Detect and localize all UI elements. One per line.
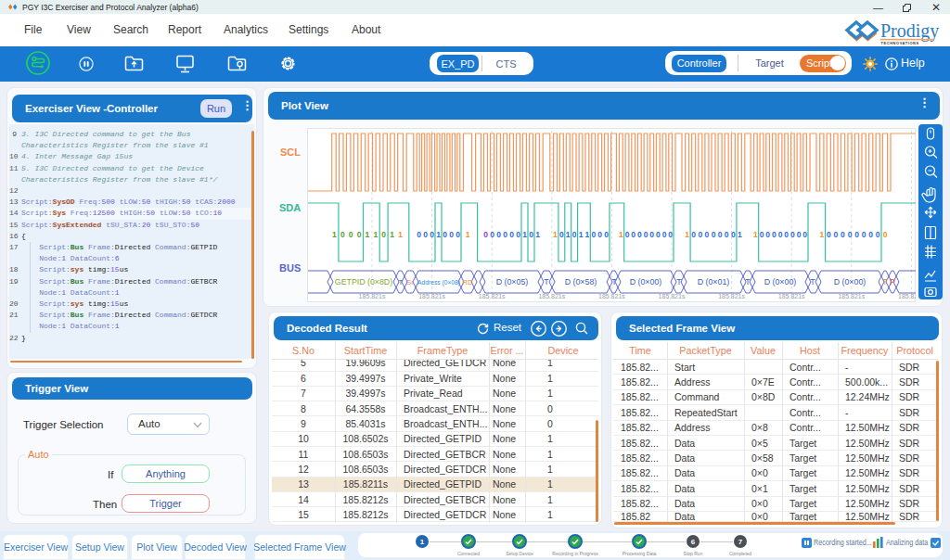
svg-text:0: 0: [357, 230, 362, 239]
svg-text:185.821s: 185.821s: [778, 293, 805, 299]
svg-text:0: 0: [827, 230, 831, 239]
svg-text:1: 1: [579, 230, 584, 239]
svg-text:T: T: [676, 277, 682, 286]
svg-text:Sr: Sr: [406, 278, 414, 286]
svg-text:D (0×00): D (0×00): [630, 277, 662, 286]
svg-text:0: 0: [712, 230, 716, 239]
svg-text:1: 1: [738, 230, 742, 239]
svg-text:0: 0: [483, 230, 488, 239]
svg-text:RD: RD: [462, 278, 473, 286]
svg-text:0: 0: [841, 230, 845, 239]
svg-text:1: 1: [685, 230, 689, 239]
svg-text:0: 0: [417, 230, 421, 239]
svg-text:0: 0: [668, 230, 673, 239]
svg-text:185.821s: 185.821s: [598, 293, 625, 299]
svg-text:0: 0: [698, 230, 702, 239]
svg-text:0: 0: [691, 230, 696, 239]
svg-text:185.821s: 185.821s: [359, 293, 386, 299]
svg-text:185.821s: 185.821s: [718, 293, 745, 299]
svg-text:T: T: [611, 277, 617, 286]
svg-text:1: 1: [390, 230, 394, 239]
svg-text:0: 0: [784, 230, 789, 239]
svg-text:0: 0: [443, 230, 447, 239]
svg-text:P: P: [890, 277, 895, 286]
svg-text:1: 1: [436, 230, 441, 239]
svg-text:185.821s: 185.821s: [479, 293, 506, 299]
svg-text:D (0×00): D (0×00): [834, 277, 867, 286]
svg-text:0: 0: [490, 230, 494, 239]
svg-text:0: 0: [456, 230, 460, 239]
svg-text:Prodigy: Prodigy: [880, 20, 939, 42]
svg-text:D (0×05): D (0×05): [496, 277, 529, 286]
svg-text:0: 0: [516, 230, 520, 239]
svg-text:0: 0: [430, 230, 434, 239]
svg-text:T: T: [810, 277, 815, 286]
svg-text:0: 0: [381, 230, 386, 239]
svg-text:1: 1: [398, 230, 403, 239]
svg-text:185.821s: 185.821s: [538, 293, 565, 299]
svg-text:T: T: [745, 277, 751, 286]
svg-text:0: 0: [496, 230, 501, 239]
svg-text:0: 0: [883, 230, 888, 239]
svg-text:0: 0: [503, 230, 507, 239]
svg-text:0: 0: [559, 230, 564, 239]
svg-text:0: 0: [625, 230, 630, 239]
svg-text:0: 0: [772, 230, 777, 239]
svg-text:0: 0: [529, 230, 533, 239]
svg-text:1: 1: [553, 230, 558, 239]
svg-text:D (0×58): D (0×58): [565, 277, 597, 286]
svg-text:0: 0: [597, 230, 602, 239]
svg-text:D (0×01): D (0×01): [698, 277, 730, 286]
svg-text:0: 0: [340, 230, 345, 239]
svg-text:GETPID (0×8D): GETPID (0×8D): [335, 277, 392, 286]
svg-text:1: 1: [466, 230, 470, 239]
svg-text:1: 1: [619, 230, 623, 239]
svg-text:185.821s: 185.821s: [418, 293, 445, 299]
svg-text:0: 0: [656, 230, 661, 239]
svg-text:0: 0: [631, 230, 635, 239]
svg-text:T: T: [544, 277, 549, 286]
svg-text:D (0×00): D (0×00): [764, 277, 797, 286]
svg-text:0: 0: [778, 230, 783, 239]
svg-text:0: 0: [868, 230, 873, 239]
svg-text:185.821s: 185.821s: [659, 293, 686, 299]
svg-text:185.821s: 185.821s: [838, 293, 865, 299]
svg-text:0: 0: [637, 230, 642, 239]
svg-text:0: 0: [591, 230, 596, 239]
svg-text:1: 1: [373, 230, 378, 239]
svg-text:0: 0: [876, 230, 880, 239]
svg-text:0: 0: [862, 230, 867, 239]
svg-text:0: 0: [349, 230, 353, 239]
svg-text:0: 0: [848, 230, 853, 239]
svg-text:T: T: [882, 277, 888, 286]
svg-text:0: 0: [705, 230, 710, 239]
svg-text:0: 0: [718, 230, 723, 239]
svg-text:0: 0: [725, 230, 729, 239]
svg-text:1: 1: [819, 230, 824, 239]
svg-text:TECHNOVATIONS: TECHNOVATIONS: [881, 41, 919, 45]
svg-text:0: 0: [802, 230, 807, 239]
svg-text:0: 0: [572, 230, 577, 239]
svg-text:1: 1: [535, 230, 540, 239]
svg-text:0: 0: [509, 230, 514, 239]
svg-text:185.821s: 185.821s: [898, 293, 916, 299]
svg-text:0: 0: [854, 230, 859, 239]
svg-text:1: 1: [753, 230, 758, 239]
svg-text:0: 0: [649, 230, 654, 239]
svg-text:0: 0: [644, 230, 648, 239]
svg-text:1: 1: [522, 230, 527, 239]
svg-text:1: 1: [585, 230, 590, 239]
svg-text:0: 0: [604, 230, 609, 239]
svg-text:0: 0: [834, 230, 839, 239]
svg-text:1: 1: [566, 230, 571, 239]
svg-text:0: 0: [797, 230, 802, 239]
svg-text:0: 0: [423, 230, 428, 239]
svg-text:1: 1: [332, 230, 337, 239]
svg-text:0: 0: [449, 230, 454, 239]
svg-text:0: 0: [662, 230, 667, 239]
svg-text:T: T: [399, 278, 404, 286]
svg-text:0: 0: [760, 230, 764, 239]
svg-text:0: 0: [765, 230, 770, 239]
svg-text:0: 0: [731, 230, 736, 239]
svg-text:0: 0: [790, 230, 795, 239]
